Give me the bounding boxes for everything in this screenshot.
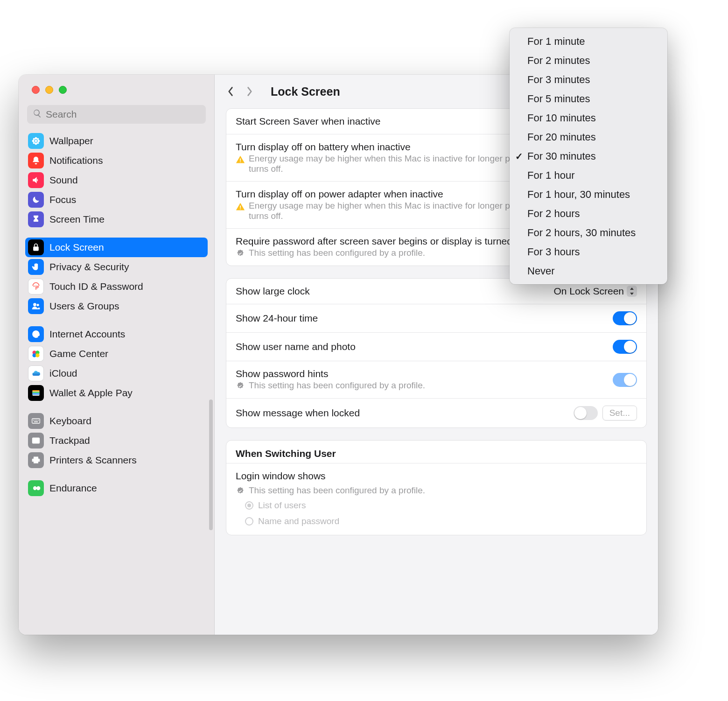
section-heading: When Switching User <box>226 441 646 463</box>
sidebar-item-internet-accounts[interactable]: Internet Accounts <box>25 324 208 344</box>
row-title: Show large clock <box>236 286 542 297</box>
close-window-button[interactable] <box>32 86 40 94</box>
warning-icon <box>236 155 245 164</box>
minimize-window-button[interactable] <box>45 86 53 94</box>
sidebar-item-keyboard[interactable]: Keyboard <box>25 411 208 431</box>
svg-rect-30 <box>240 161 241 162</box>
svg-point-0 <box>35 140 37 142</box>
radio-label: Name and password <box>258 516 339 526</box>
sidebar-item-label: Wallpaper <box>49 135 93 147</box>
row-password-hints: Show password hints This setting has bee… <box>226 361 646 398</box>
moon-icon <box>28 192 44 208</box>
large-clock-select[interactable]: On Lock Screen <box>553 286 637 297</box>
row-desc: This setting has been configured by a pr… <box>249 485 425 496</box>
dropdown-item[interactable]: Never <box>510 261 667 280</box>
wallet-icon <box>28 385 44 401</box>
lock-icon <box>28 239 44 255</box>
chevron-updown-icon <box>627 286 637 297</box>
sidebar-item-privacy-security[interactable]: Privacy & Security <box>25 257 208 277</box>
sidebar-item-users-groups[interactable]: Users & Groups <box>25 296 208 316</box>
sidebar-item-wallet-apple-pay[interactable]: Wallet & Apple Pay <box>25 383 208 403</box>
sidebar-item-touch-id-password[interactable]: Touch ID & Password <box>25 277 208 296</box>
page-title: Lock Screen <box>271 85 340 98</box>
svg-point-2 <box>35 142 37 145</box>
gamecenter-icon <box>28 346 44 362</box>
svg-point-16 <box>35 353 39 357</box>
radio-icon <box>245 501 253 510</box>
set-message-button[interactable]: Set... <box>602 406 637 421</box>
svg-point-7 <box>33 142 35 144</box>
row-title: Show 24-hour time <box>236 313 602 324</box>
svg-rect-25 <box>38 420 39 421</box>
trackpad-icon <box>28 433 44 449</box>
back-button[interactable] <box>226 85 235 98</box>
dropdown-item[interactable]: For 1 minute <box>510 32 667 51</box>
svg-rect-21 <box>32 419 40 423</box>
svg-rect-31 <box>240 206 241 208</box>
sidebar-item-label: iCloud <box>49 368 77 379</box>
svg-rect-24 <box>36 420 37 421</box>
row-title: Show password hints <box>236 368 602 379</box>
fingerprint-icon <box>28 279 44 294</box>
sidebar-item-lock-screen[interactable]: Lock Screen <box>25 238 208 257</box>
sidebar-item-label: Notifications <box>49 155 103 166</box>
svg-point-11 <box>37 304 39 306</box>
icloud-icon <box>28 365 44 381</box>
dropdown-item[interactable]: For 5 minutes <box>510 89 667 108</box>
svg-rect-20 <box>33 393 40 395</box>
svg-rect-9 <box>33 246 39 251</box>
panel-display-options: Show large clock On Lock Screen Show 24-… <box>226 278 647 428</box>
dropdown-item[interactable]: For 2 minutes <box>510 51 667 70</box>
dropdown-item[interactable]: For 2 hours, 30 minutes <box>510 223 667 242</box>
toggle-24hour[interactable] <box>613 311 637 325</box>
row-login-window: Login window shows This setting has been… <box>226 463 646 535</box>
svg-point-4 <box>37 140 40 142</box>
dropdown-item[interactable]: For 20 minutes <box>510 127 667 147</box>
profile-badge-icon <box>236 249 245 259</box>
dropdown-item[interactable]: For 3 hours <box>510 242 667 261</box>
sidebar-item-endurance[interactable]: Endurance <box>25 478 208 498</box>
sidebar-item-trackpad[interactable]: Trackpad <box>25 431 208 450</box>
keyboard-icon <box>28 413 44 429</box>
profile-badge-icon <box>236 487 245 496</box>
sidebar-scrollbar[interactable] <box>209 400 213 530</box>
traffic-lights <box>19 75 214 102</box>
dropdown-item[interactable]: For 2 hours <box>510 204 667 223</box>
sidebar-item-icloud[interactable]: iCloud <box>25 364 208 383</box>
select-value: On Lock Screen <box>553 286 624 297</box>
sidebar-item-label: Printers & Scanners <box>49 455 137 466</box>
at-icon <box>28 326 44 342</box>
search-icon <box>33 109 42 120</box>
sidebar-item-label: Focus <box>49 194 76 205</box>
sidebar-item-wallpaper[interactable]: Wallpaper <box>25 131 208 151</box>
svg-rect-19 <box>33 392 40 393</box>
svg-point-6 <box>37 138 39 140</box>
svg-rect-27 <box>33 438 40 443</box>
duration-dropdown[interactable]: For 1 minuteFor 2 minutesFor 3 minutesFo… <box>510 28 667 284</box>
sidebar-item-game-center[interactable]: Game Center <box>25 344 208 364</box>
sidebar-item-printers-scanners[interactable]: Printers & Scanners <box>25 450 208 470</box>
row-title: Show message when locked <box>236 407 562 419</box>
toggle-message-locked[interactable] <box>574 406 598 420</box>
dropdown-item[interactable]: For 1 hour <box>510 166 667 185</box>
sidebar-item-sound[interactable]: Sound <box>25 170 208 190</box>
toggle-name-photo[interactable] <box>613 340 637 354</box>
sidebar-item-focus[interactable]: Focus <box>25 190 208 210</box>
svg-rect-29 <box>240 159 241 161</box>
search-input[interactable] <box>46 109 200 120</box>
dropdown-item[interactable]: For 1 hour, 30 minutes <box>510 185 667 204</box>
radio-name-password: Name and password <box>236 515 637 528</box>
sidebar-item-label: Users & Groups <box>49 301 119 312</box>
sidebar-item-screen-time[interactable]: Screen Time <box>25 210 208 229</box>
svg-rect-18 <box>33 390 40 392</box>
dropdown-item[interactable]: For 3 minutes <box>510 70 667 89</box>
sidebar-item-label: Game Center <box>49 348 108 359</box>
sidebar-item-notifications[interactable]: Notifications <box>25 151 208 170</box>
dropdown-item[interactable]: For 10 minutes <box>510 108 667 127</box>
dropdown-item[interactable]: For 30 minutes <box>510 147 667 166</box>
forward-button[interactable] <box>245 85 254 98</box>
zoom-window-button[interactable] <box>59 86 67 94</box>
search-field[interactable] <box>27 105 206 124</box>
svg-point-1 <box>35 137 37 140</box>
row-name-photo: Show user name and photo <box>226 332 646 361</box>
